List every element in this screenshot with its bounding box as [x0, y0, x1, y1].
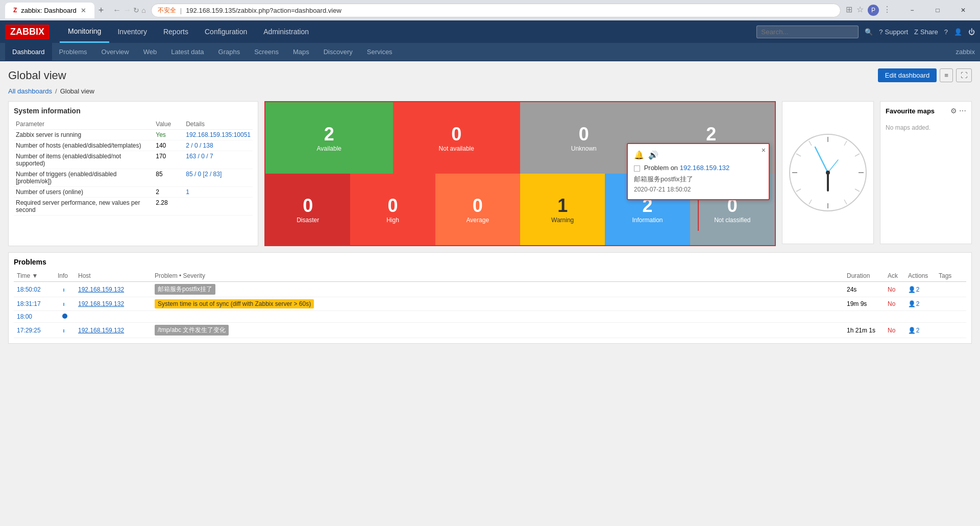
heatmap-cell-average[interactable]: 0Average: [435, 174, 520, 245]
help-icon[interactable]: ?: [944, 28, 948, 36]
nav-item-configuration[interactable]: Configuration: [197, 20, 255, 43]
info-dot: [63, 303, 66, 306]
logout-icon[interactable]: ⏻: [968, 28, 975, 36]
breadcrumb-all-dashboards[interactable]: All dashboards: [8, 87, 52, 95]
subnav-dashboard[interactable]: Dashboard: [5, 43, 52, 61]
sys-table-row: Number of hosts (enabled/disabled/templa…: [14, 140, 253, 151]
dashboard-list-button[interactable]: ≡: [940, 68, 953, 82]
share-link[interactable]: Z Share: [914, 28, 938, 36]
col-time[interactable]: Time ▼: [14, 270, 55, 282]
translate-icon[interactable]: ⊞: [846, 5, 852, 16]
heatmap-cell-high[interactable]: 0High: [350, 174, 435, 245]
action-button[interactable]: 👤 2: [908, 327, 919, 334]
problem-label[interactable]: System time is out of sync (diff with Za…: [155, 299, 314, 308]
sys-table-row: Number of triggers (enabled/disabled [pr…: [14, 169, 253, 187]
subnav-web[interactable]: Web: [136, 43, 164, 61]
nav-item-inventory[interactable]: Inventory: [109, 20, 155, 43]
new-tab-button[interactable]: +: [99, 5, 104, 16]
dashboard-fullscreen-button[interactable]: ⛶: [956, 68, 972, 82]
home-button[interactable]: ⌂: [141, 6, 145, 14]
host-link[interactable]: 192.168.159.132: [78, 327, 124, 334]
bell-icon[interactable]: 🔔: [634, 150, 644, 160]
problem-time: 18:50:02: [14, 282, 55, 297]
action-button[interactable]: 👤 2: [908, 300, 919, 307]
browser-tab[interactable]: Z zabbix: Dashboard ✕: [5, 3, 94, 18]
menu-icon[interactable]: ⋮: [883, 5, 891, 16]
problem-description: 邮箱服务postfix挂了: [152, 282, 844, 297]
heatmap-cell-disaster[interactable]: 0Disaster: [265, 174, 350, 245]
user-profile-icon[interactable]: P: [868, 5, 879, 16]
subnav-services[interactable]: Services: [360, 43, 400, 61]
sys-details-link[interactable]: 2 / 0 / 138: [186, 142, 213, 149]
problems-table: Time ▼ Info Host Problem • Severity Dura…: [14, 270, 966, 338]
problem-duration: 1h 21m 1s: [844, 323, 885, 338]
problem-host: 192.168.159.132: [75, 282, 152, 297]
host-link[interactable]: 192.168.159.132: [78, 300, 124, 307]
search-input[interactable]: [756, 26, 859, 38]
sys-details-link[interactable]: 85 / 0 [2 / 83]: [186, 171, 222, 178]
back-button[interactable]: ←: [113, 6, 121, 15]
address-bar[interactable]: 不安全 | 192.168.159.135/zabbix.php?action=…: [151, 4, 841, 17]
problem-description: [152, 311, 844, 323]
edit-dashboard-button[interactable]: Edit dashboard: [878, 68, 937, 82]
heatmap-cell-warning[interactable]: 1Warning: [520, 174, 605, 245]
time-link[interactable]: 18:50:02: [17, 286, 41, 293]
popup-close-button[interactable]: ×: [762, 146, 766, 154]
popup-arrow: [698, 200, 699, 231]
host-link[interactable]: 192.168.159.132: [78, 286, 124, 293]
time-link[interactable]: 18:31:17: [17, 300, 41, 307]
forward-button[interactable]: →: [123, 6, 131, 15]
heatmap-cell-not-available[interactable]: 0Not available: [393, 102, 521, 174]
time-link[interactable]: 18:00: [17, 313, 32, 320]
popup-host-link[interactable]: 192.168.159.132: [680, 164, 730, 172]
maximize-button[interactable]: □: [926, 3, 949, 18]
heatmap-cell-available[interactable]: 2Available: [265, 102, 393, 174]
breadcrumb-current: Global view: [60, 87, 94, 95]
sys-table-row: Number of items (enabled/disabled/not su…: [14, 151, 253, 169]
subnav-graphs[interactable]: Graphs: [211, 43, 248, 61]
popup-icons: 🔔 🔊: [634, 150, 763, 160]
search-icon[interactable]: 🔍: [865, 28, 873, 36]
problem-host: [75, 311, 152, 323]
window-controls: − □ ✕: [900, 3, 975, 18]
fav-maps-settings-icon[interactable]: ⚙: [950, 107, 957, 115]
problem-label[interactable]: /tmp/abc 文件发生了变化: [155, 325, 229, 336]
subnav-overview[interactable]: Overview: [94, 43, 136, 61]
subnav-discovery[interactable]: Discovery: [316, 43, 360, 61]
problem-time: 17:29:25: [14, 323, 55, 338]
problem-ack: No: [885, 323, 905, 338]
security-label: 不安全: [158, 6, 176, 15]
minimize-button[interactable]: −: [900, 3, 924, 18]
action-button[interactable]: 👤 2: [908, 286, 919, 293]
sys-details-link[interactable]: 192.168.159.135:10051: [186, 131, 251, 138]
support-link[interactable]: ? Support: [879, 28, 908, 36]
time-link[interactable]: 17:29:25: [17, 327, 41, 334]
sys-details-link[interactable]: 163 / 0 / 7: [186, 153, 213, 160]
zabbix-logo[interactable]: ZABBIX: [5, 25, 50, 39]
subnav-screens[interactable]: Screens: [247, 43, 286, 61]
problem-label[interactable]: 邮箱服务postfix挂了: [155, 284, 215, 295]
subnav-maps[interactable]: Maps: [286, 43, 316, 61]
fav-maps-more-icon[interactable]: ⋯: [959, 107, 966, 115]
speaker-icon[interactable]: 🔊: [648, 150, 658, 160]
favourite-maps-panel: Favourite maps ⚙ ⋯ No maps added.: [880, 101, 972, 244]
heatmap-count: 2: [324, 124, 334, 145]
sys-details-link[interactable]: 1: [186, 188, 189, 196]
nav-item-administration[interactable]: Administration: [255, 20, 317, 43]
nav-item-reports[interactable]: Reports: [155, 20, 197, 43]
title-buttons: Edit dashboard ≡ ⛶: [878, 68, 972, 82]
subnav-problems[interactable]: Problems: [52, 43, 94, 61]
problem-tags: [936, 297, 966, 311]
window-close-button[interactable]: ✕: [951, 3, 975, 18]
popup-checkbox[interactable]: [634, 165, 640, 172]
user-icon[interactable]: 👤: [954, 28, 962, 36]
col-duration: Duration: [844, 270, 885, 282]
close-tab-button[interactable]: ✕: [81, 7, 86, 14]
bookmark-icon[interactable]: ☆: [856, 5, 864, 16]
subnav-latest-data[interactable]: Latest data: [164, 43, 211, 61]
url-display: 192.168.159.135/zabbix.php?action=dashbo…: [186, 7, 341, 14]
sys-value: 2.28: [154, 198, 184, 216]
refresh-button[interactable]: ↻: [133, 6, 139, 14]
nav-item-monitoring[interactable]: Monitoring: [60, 20, 109, 43]
sys-value: 2: [154, 187, 184, 198]
